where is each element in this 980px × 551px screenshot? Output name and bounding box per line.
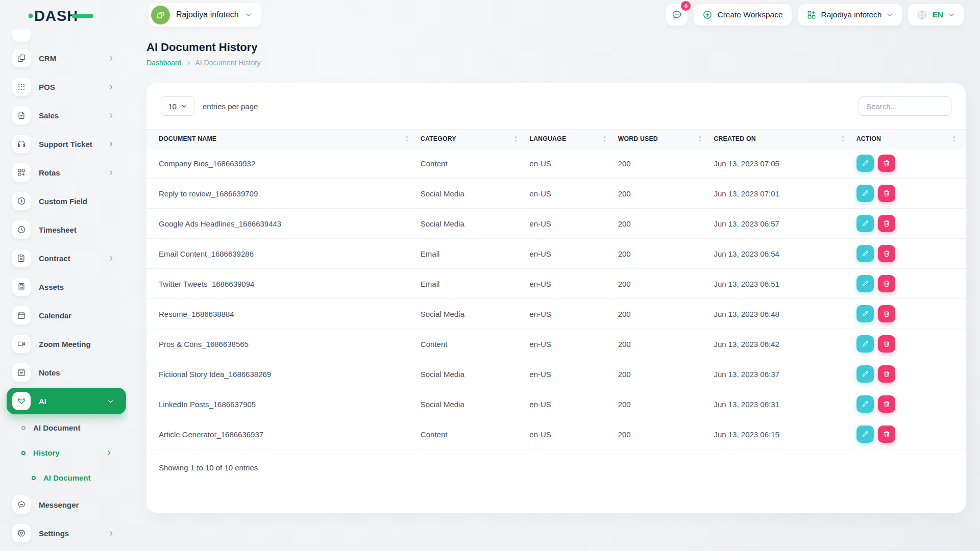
- breadcrumb-link-dashboard[interactable]: Dashboard: [146, 59, 182, 67]
- cell-language: en-US: [527, 389, 616, 419]
- trash-icon: [883, 430, 891, 438]
- edit-button[interactable]: [856, 155, 874, 172]
- delete-button[interactable]: [878, 215, 895, 232]
- cell-document-name: Twitter Tweets_1686639094: [146, 269, 419, 299]
- delete-button[interactable]: [878, 395, 895, 413]
- account-menu-button[interactable]: Rajodiya infotech: [798, 4, 902, 26]
- cell-created-on: Jun 13, 2023 06:57: [712, 209, 854, 239]
- sidebar-item-assets[interactable]: Assets: [0, 272, 128, 301]
- sidebar-item-zoom-meeting[interactable]: Zoom Meeting: [0, 330, 128, 358]
- sidebar-item-pos[interactable]: POS: [0, 72, 128, 101]
- breadcrumb-current: AI Document History: [195, 59, 261, 67]
- language-button[interactable]: EN: [908, 4, 964, 26]
- cell-language: en-US: [527, 179, 616, 209]
- sidebar-subitem-ai-document[interactable]: AI Document: [0, 415, 128, 440]
- table-row: LinkedIn Posts_1686637905 Social Media e…: [146, 389, 966, 419]
- cell-document-name: Pros & Cons_1686638565: [146, 329, 419, 359]
- custom-field-icon: [12, 192, 31, 210]
- edit-button[interactable]: [856, 425, 874, 443]
- column-header-document-name[interactable]: DOCUMENT NAME: [146, 130, 419, 148]
- cell-language: en-US: [527, 269, 616, 299]
- sort-icon: [952, 135, 957, 142]
- assets-icon: [12, 278, 31, 296]
- delete-button[interactable]: [878, 245, 895, 262]
- timesheet-icon: [12, 220, 31, 239]
- sidebar-item-settings[interactable]: Settings: [0, 519, 128, 547]
- sidebar-item-rotas[interactable]: Rotas: [0, 158, 128, 187]
- cell-created-on: Jun 13, 2023 06:31: [712, 389, 854, 419]
- trash-icon: [883, 159, 891, 167]
- sidebar-item-ai[interactable]: AI: [7, 388, 126, 414]
- plus-circle-icon: [702, 10, 713, 20]
- sidebar-item-timesheet[interactable]: Timesheet: [0, 215, 128, 244]
- column-header-language[interactable]: LANGUAGE: [527, 130, 616, 148]
- edit-button[interactable]: [856, 395, 874, 413]
- chevron-right-icon: [108, 84, 114, 90]
- workspace-switcher[interactable]: Rajodiya infotech: [149, 3, 261, 27]
- column-header-action[interactable]: ACTION: [854, 130, 966, 148]
- cell-category: Social Media: [419, 209, 527, 239]
- sort-icon: [698, 135, 702, 142]
- cell-category: Social Media: [419, 359, 527, 389]
- sidebar-item-support-ticket[interactable]: Support Ticket: [0, 130, 128, 158]
- page-size-select[interactable]: 10: [161, 96, 194, 116]
- cell-category: Social Media: [419, 179, 527, 209]
- cell-document-name: Reply to review_1686639709: [146, 179, 419, 209]
- edit-button[interactable]: [856, 185, 874, 202]
- sidebar-item-custom-field[interactable]: Custom Field: [0, 187, 128, 215]
- edit-button[interactable]: [856, 305, 874, 322]
- sort-icon: [602, 135, 607, 142]
- cell-word-used: 200: [616, 269, 712, 299]
- language-label: EN: [932, 10, 943, 19]
- edit-button[interactable]: [856, 215, 874, 232]
- delete-button[interactable]: [878, 275, 895, 292]
- page-size-value: 10: [168, 102, 177, 111]
- edit-button[interactable]: [856, 335, 874, 353]
- cell-created-on: Jun 13, 2023 06:37: [712, 359, 854, 389]
- pencil-icon: [861, 280, 869, 288]
- column-header-created-on[interactable]: CREATED ON: [712, 130, 854, 148]
- table-row: Pros & Cons_1686638565 Content en-US 200…: [146, 329, 966, 359]
- sales-icon: [12, 106, 31, 124]
- delete-button[interactable]: [878, 335, 895, 353]
- table-footer-status: Showing 1 to 10 of 10 entries: [146, 449, 966, 472]
- sidebar-item-sales[interactable]: Sales: [0, 101, 128, 130]
- delete-button[interactable]: [878, 365, 895, 383]
- squares-logo-icon: [156, 10, 165, 20]
- chevron-right-icon: [108, 55, 114, 62]
- cell-word-used: 200: [616, 419, 712, 449]
- cell-category: Email: [419, 239, 527, 269]
- sidebar-item-calendar[interactable]: Calendar: [0, 301, 128, 330]
- dash-logo[interactable]: DASH: [28, 5, 94, 26]
- delete-button[interactable]: [878, 155, 895, 172]
- delete-button[interactable]: [878, 425, 895, 443]
- sidebar-item-contract[interactable]: Contract: [0, 244, 128, 272]
- sidebar-item-messenger[interactable]: Messenger: [0, 490, 128, 519]
- table-row: Email Content_1686639286 Email en-US 200…: [146, 239, 966, 269]
- column-header-category[interactable]: CATEGORY: [419, 130, 527, 148]
- sidebar-subitem-history-ai-document[interactable]: AI Document: [0, 465, 128, 490]
- messages-button[interactable]: 0: [666, 4, 688, 26]
- column-header-word-used[interactable]: WORD USED: [616, 130, 712, 148]
- workspace-avatar: [151, 6, 170, 24]
- trash-icon: [883, 370, 891, 378]
- trash-icon: [883, 280, 891, 288]
- edit-button[interactable]: [856, 365, 874, 383]
- cell-document-name: LinkedIn Posts_1686637905: [146, 389, 419, 419]
- sidebar-item-notes[interactable]: Notes: [0, 358, 128, 387]
- sort-icon: [513, 135, 518, 142]
- delete-button[interactable]: [878, 185, 895, 202]
- crm-icon: [12, 49, 31, 67]
- contract-icon: [12, 249, 31, 267]
- sidebar-subitem-history[interactable]: History: [0, 440, 128, 465]
- cell-category: Social Media: [419, 299, 527, 329]
- create-workspace-button[interactable]: Create Workspace: [694, 4, 791, 26]
- edit-button[interactable]: [856, 275, 874, 292]
- search-input[interactable]: [859, 96, 951, 116]
- delete-button[interactable]: [878, 305, 895, 322]
- trash-icon: [883, 219, 891, 228]
- edit-button[interactable]: [856, 245, 874, 262]
- documents-table: DOCUMENT NAME CATEGORY LANGUAGE WORD USE…: [146, 129, 966, 449]
- sidebar-item-crm[interactable]: CRM: [0, 44, 128, 72]
- cell-document-name: Company Bios_1686639932: [146, 148, 419, 179]
